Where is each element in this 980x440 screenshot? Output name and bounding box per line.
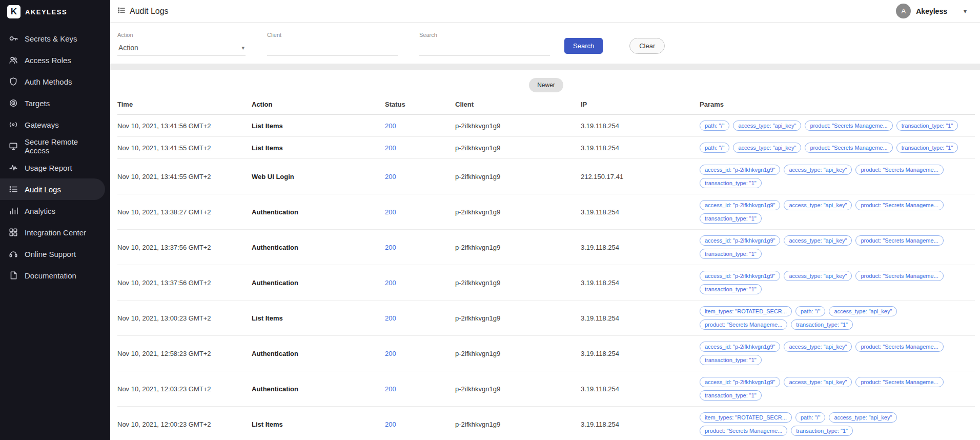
ip-cell: 3.19.118.254: [581, 122, 700, 130]
sidebar-item-gateways[interactable]: Gateways: [0, 114, 105, 135]
sidebar-item-analytics[interactable]: Analytics: [0, 200, 105, 222]
param-chip: access_id: "p-2ifkhkvgn1g9": [700, 377, 780, 387]
time-cell: Nov 10, 2021, 13:41:55 GMT+2: [117, 173, 252, 181]
sidebar-item-label: Online Support: [25, 250, 76, 258]
column-header-time: Time: [117, 101, 252, 108]
sidebar-item-targets[interactable]: Targets: [0, 92, 105, 114]
status-link[interactable]: 200: [385, 122, 396, 130]
param-chip: path: "/": [700, 143, 729, 153]
params-cell: path: "/"access_type: "api_key"product: …: [700, 121, 975, 131]
param-chip: item_types: "ROTATED_SECR...: [700, 306, 792, 316]
table-row: Nov 10, 2021, 13:37:56 GMT+2 Authenticat…: [117, 230, 975, 265]
sidebar-item-label: Gateways: [25, 121, 59, 129]
status-link[interactable]: 200: [385, 144, 396, 152]
param-chip: transaction_type: "1": [700, 355, 762, 365]
param-chip: transaction_type: "1": [791, 319, 853, 330]
param-chip: access_type: "api_key": [733, 143, 801, 153]
action-cell: Authentication: [252, 385, 385, 393]
newer-wrap: Newer: [117, 78, 975, 92]
table-row: Nov 10, 2021, 12:58:23 GMT+2 Authenticat…: [117, 336, 975, 371]
client-cell: p-2ifkhkvgn1g9: [455, 208, 581, 216]
param-chip: item_types: "ROTATED_SECR...: [700, 412, 792, 423]
status-cell: 200: [385, 314, 455, 322]
action-cell: Authentication: [252, 279, 385, 287]
param-chip: transaction_type: "1": [700, 284, 762, 294]
sidebar-item-usage-report[interactable]: Usage Report: [0, 157, 105, 178]
sidebar-item-access-roles[interactable]: Access Roles: [0, 49, 105, 71]
params-cell: path: "/"access_type: "api_key"product: …: [700, 143, 975, 153]
key-icon: [9, 34, 18, 43]
support-icon: [9, 249, 18, 258]
param-chip: product: "Secrets Manageme...: [700, 426, 787, 436]
status-link[interactable]: 200: [385, 421, 396, 428]
search-filter-label: Search: [419, 32, 550, 38]
status-link[interactable]: 200: [385, 244, 396, 251]
client-filter-input[interactable]: [267, 42, 398, 55]
clear-button[interactable]: Clear: [629, 38, 665, 54]
sidebar-item-secure-remote-access[interactable]: Secure Remote Access: [0, 135, 105, 157]
sidebar-item-label: Usage Report: [25, 164, 72, 172]
client-cell: p-2ifkhkvgn1g9: [455, 244, 581, 251]
audit-logs-icon: [9, 185, 18, 194]
status-link[interactable]: 200: [385, 350, 396, 357]
search-input[interactable]: [419, 42, 550, 55]
status-link[interactable]: 200: [385, 173, 396, 181]
sidebar-item-online-support[interactable]: Online Support: [0, 243, 105, 265]
analytics-icon: [9, 206, 18, 215]
search-button[interactable]: Search: [564, 38, 603, 54]
status-cell: 200: [385, 350, 455, 357]
status-cell: 200: [385, 244, 455, 251]
status-link[interactable]: 200: [385, 279, 396, 287]
client-cell: p-2ifkhkvgn1g9: [455, 173, 581, 181]
param-chip: access_type: "api_key": [733, 121, 801, 131]
ip-cell: 3.19.118.254: [581, 279, 700, 287]
client-filter-field: Client: [267, 32, 398, 55]
param-chip: transaction_type: "1": [896, 143, 958, 153]
sidebar-item-auth-methods[interactable]: Auth Methods: [0, 71, 105, 92]
main-area: Audit Logs A Akeyless ▾ Action Action ▾ …: [110, 0, 980, 440]
param-chip: access_id: "p-2ifkhkvgn1g9": [700, 165, 780, 175]
table-row: Nov 10, 2021, 13:41:55 GMT+2 Web UI Logi…: [117, 159, 975, 194]
account-menu[interactable]: A Akeyless ▾: [896, 4, 967, 18]
column-header-action: Action: [252, 101, 385, 108]
time-cell: Nov 10, 2021, 13:37:56 GMT+2: [117, 244, 252, 251]
param-chip: access_type: "api_key": [784, 200, 852, 210]
param-chip: access_id: "p-2ifkhkvgn1g9": [700, 235, 780, 246]
status-cell: 200: [385, 122, 455, 130]
sidebar-item-label: Secure Remote Access: [25, 137, 96, 155]
sidebar-item-audit-logs[interactable]: Audit Logs: [0, 178, 105, 200]
params-cell: access_id: "p-2ifkhkvgn1g9"access_type: …: [700, 271, 975, 294]
sidebar-item-integration-center[interactable]: Integration Center: [0, 222, 105, 243]
page-title: Audit Logs: [130, 7, 169, 16]
time-cell: Nov 10, 2021, 13:41:55 GMT+2: [117, 144, 252, 152]
sidebar-item-documentation[interactable]: Documentation: [0, 265, 105, 286]
status-link[interactable]: 200: [385, 385, 396, 393]
time-cell: Nov 10, 2021, 13:41:56 GMT+2: [117, 122, 252, 130]
sidebar-nav: Secrets & KeysAccess RolesAuth MethodsTa…: [0, 28, 110, 286]
ip-cell: 3.19.118.254: [581, 385, 700, 393]
ip-cell: 3.19.118.254: [581, 421, 700, 428]
avatar: A: [896, 4, 911, 18]
param-chip: product: "Secrets Manageme...: [855, 377, 943, 387]
action-filter-select[interactable]: Action ▾: [117, 42, 246, 55]
akeyless-logo-icon: K: [7, 5, 21, 18]
param-chip: access_type: "api_key": [784, 342, 852, 352]
status-link[interactable]: 200: [385, 208, 396, 216]
integration-icon: [9, 228, 18, 237]
param-chip: product: "Secrets Manageme...: [805, 143, 892, 153]
newer-button[interactable]: Newer: [529, 78, 563, 92]
action-cell: List Items: [252, 421, 385, 428]
time-cell: Nov 10, 2021, 13:00:23 GMT+2: [117, 314, 252, 322]
client-cell: p-2ifkhkvgn1g9: [455, 279, 581, 287]
client-cell: p-2ifkhkvgn1g9: [455, 122, 581, 130]
status-link[interactable]: 200: [385, 314, 396, 322]
sidebar-item-secrets-keys[interactable]: Secrets & Keys: [0, 28, 105, 49]
param-chip: product: "Secrets Manageme...: [855, 165, 943, 175]
action-cell: List Items: [252, 122, 385, 130]
chevron-down-icon: ▾: [964, 8, 967, 15]
ip-cell: 3.19.118.254: [581, 144, 700, 152]
target-icon: [9, 98, 18, 108]
table-row: Nov 10, 2021, 13:41:55 GMT+2 List Items …: [117, 137, 975, 159]
status-cell: 200: [385, 385, 455, 393]
audit-log-table: Newer TimeActionStatusClientIPParams Nov…: [110, 70, 980, 440]
